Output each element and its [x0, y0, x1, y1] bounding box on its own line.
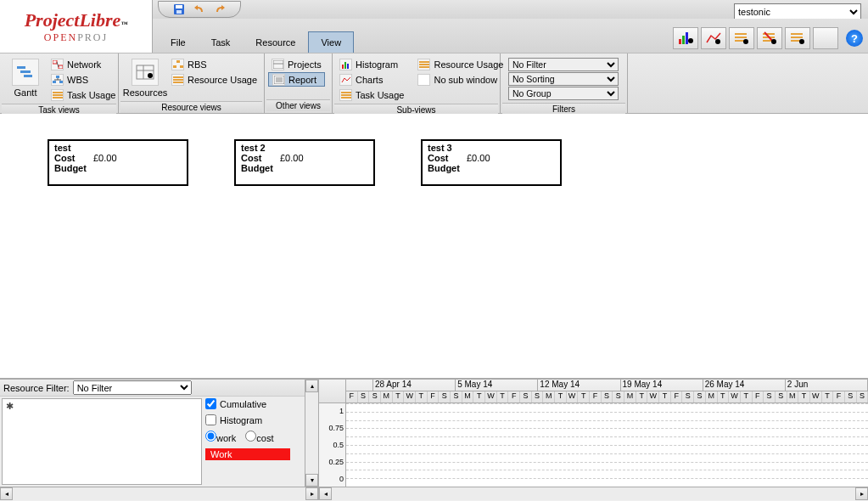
project-selector[interactable]: testonic: [734, 3, 861, 20]
timeline-day-cell: T: [416, 391, 428, 403]
menu-file[interactable]: File: [158, 31, 199, 53]
task-usage-button[interactable]: Task Usage: [48, 87, 119, 102]
quick-access-bar: testonic: [153, 0, 868, 19]
resource-usage-button[interactable]: Resource Usage: [168, 72, 260, 87]
undo-icon[interactable]: [193, 3, 206, 16]
report-button[interactable]: Report: [268, 72, 325, 87]
gantt-button[interactable]: Gantt: [3, 57, 48, 99]
resources-button[interactable]: Resources: [122, 57, 168, 99]
chart-icon[interactable]: [673, 27, 698, 49]
timeline-day-cell: F: [590, 391, 602, 403]
rbs-icon: [171, 59, 184, 70]
timeline-day-cell: F: [428, 391, 440, 403]
task-box[interactable]: test 2Cost£0.00Budget: [234, 139, 375, 186]
sub-resource-usage-button[interactable]: Resource Usage: [414, 57, 507, 71]
histogram-checkbox[interactable]: Histogram: [205, 414, 303, 425]
scroll-right2-icon[interactable]: ▸: [855, 487, 868, 500]
charts-button[interactable]: Charts: [336, 72, 407, 87]
work-radio-input[interactable]: [205, 431, 216, 442]
histogram-input[interactable]: [205, 414, 216, 425]
task-cost-value: £0.00: [467, 153, 490, 163]
cost-radio[interactable]: cost: [245, 431, 273, 443]
usage3-icon[interactable]: [785, 27, 810, 49]
help-icon[interactable]: ?: [846, 30, 863, 47]
svg-rect-34: [53, 97, 63, 99]
logo: ProjectLibre™ OPENPROJ: [0, 0, 153, 53]
timeline-week-cell: 12 May 14: [538, 380, 620, 391]
svg-line-26: [57, 62, 59, 67]
scroll-left2-icon[interactable]: ◂: [319, 487, 332, 500]
vscroll-track[interactable]: [305, 392, 318, 474]
timeline-day-cell: T: [636, 391, 648, 403]
timeline-day-cell: S: [613, 391, 624, 403]
axis-corner: [319, 380, 346, 402]
group-task-views: Gantt Network WBS Task Usage Task views: [0, 53, 119, 113]
project-select[interactable]: testonic: [734, 3, 861, 20]
bottom-left-pane: Resource Filter: No Filter ✱ Cumulative …: [0, 380, 319, 500]
timeline-day-cell: F: [753, 391, 764, 403]
redo-icon[interactable]: [213, 3, 227, 16]
right-hscroll[interactable]: ◂ ▸: [319, 487, 868, 500]
cost-radio-input[interactable]: [245, 431, 256, 442]
usage2-icon[interactable]: [757, 27, 782, 49]
grid-line: [346, 462, 868, 463]
save-icon[interactable]: [172, 3, 186, 16]
task-usage-label: Task Usage: [67, 90, 115, 100]
usage1-icon[interactable]: [729, 27, 754, 49]
svg-rect-23: [24, 75, 32, 77]
resource-filter-select[interactable]: No Filter: [73, 380, 192, 395]
histogram-button[interactable]: Histogram: [336, 57, 407, 71]
scroll-up-icon[interactable]: ▴: [305, 380, 318, 392]
svg-rect-25: [59, 65, 63, 69]
scroll-right-icon[interactable]: ▸: [305, 487, 318, 500]
chart2-icon[interactable]: [701, 27, 726, 49]
no-sub-window-button[interactable]: No sub window: [414, 72, 507, 87]
svg-rect-28: [53, 81, 56, 83]
network-label: Network: [67, 59, 101, 70]
work-radio[interactable]: work: [205, 431, 236, 443]
projects-button[interactable]: Projects: [268, 57, 325, 71]
cumulative-checkbox[interactable]: Cumulative: [205, 398, 303, 409]
logo-text: ProjectLibre: [25, 9, 121, 31]
menu-resource[interactable]: Resource: [243, 31, 308, 53]
timeline-day-cell: M: [462, 391, 474, 403]
bottom-panel: Resource Filter: No Filter ✱ Cumulative …: [0, 379, 868, 500]
task-box[interactable]: test 3Cost£0.00Budget: [421, 139, 562, 186]
task-box[interactable]: testCost£0.00Budget: [48, 139, 188, 186]
left-vscroll[interactable]: ▴ ▾: [305, 380, 318, 487]
hscroll-track-right[interactable]: [332, 487, 855, 500]
work-series-box[interactable]: Work: [205, 448, 290, 460]
network-button[interactable]: Network: [48, 57, 119, 71]
svg-rect-53: [347, 64, 349, 69]
sort-select[interactable]: No Sorting: [508, 72, 619, 86]
scroll-down-icon[interactable]: ▾: [305, 474, 318, 487]
sub-task-usage-button[interactable]: Task Usage: [336, 87, 407, 102]
left-hscroll[interactable]: ◂ ▸: [0, 487, 318, 500]
svg-rect-22: [20, 70, 31, 73]
timeline-day-cell: W: [567, 391, 579, 403]
no-sub-window-checkbox-icon: [417, 74, 430, 86]
scroll-left-icon[interactable]: ◂: [0, 487, 13, 500]
blank-icon[interactable]: [813, 27, 838, 49]
wbs-button[interactable]: WBS: [48, 72, 119, 87]
rbs-button[interactable]: RBS: [168, 57, 260, 71]
grid-line: [346, 420, 868, 421]
menu-view[interactable]: View: [308, 31, 354, 53]
resource-list[interactable]: ✱: [2, 398, 202, 485]
timeline-week-cell: 19 May 14: [621, 380, 703, 391]
svg-rect-44: [173, 82, 183, 83]
cumulative-input[interactable]: [205, 398, 216, 409]
timeline-day-cell: S: [439, 391, 451, 403]
timeline-week-cell: 5 May 14: [456, 380, 538, 391]
group-select[interactable]: No Group: [508, 87, 619, 100]
chart-grid[interactable]: [346, 403, 868, 487]
group-other-views: Projects Report Other views: [265, 53, 333, 113]
filter-select[interactable]: No Filter: [508, 58, 619, 71]
timeline-week-cell: 28 Apr 14: [373, 380, 456, 391]
svg-rect-27: [56, 76, 59, 78]
timeline-day-cell: F: [671, 391, 683, 403]
histogram-label: Histogram: [356, 59, 398, 70]
timeline-day-cell: M: [706, 391, 718, 403]
hscroll-track-left[interactable]: [13, 487, 305, 500]
menu-task[interactable]: Task: [199, 31, 244, 53]
